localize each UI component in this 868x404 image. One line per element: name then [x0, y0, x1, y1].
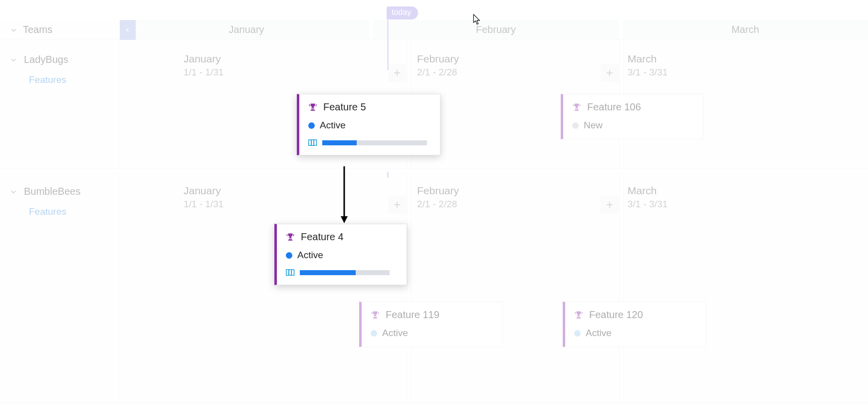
- status-dot-icon: [371, 330, 377, 337]
- month-name: March: [628, 185, 667, 197]
- plus-icon: [605, 200, 614, 209]
- swimlane-toggle-ladybugs[interactable]: LadyBugs: [10, 54, 119, 65]
- chevron-down-icon: [10, 26, 17, 33]
- add-item-button[interactable]: [601, 196, 619, 214]
- status-dot-icon: [308, 122, 315, 129]
- card-feature-119[interactable]: Feature 119 Active: [359, 302, 503, 347]
- card-status: Active: [297, 250, 323, 261]
- month-name: January: [184, 185, 223, 197]
- trophy-icon: [286, 233, 295, 242]
- month-header-february: February 2/1 - 2/28: [417, 185, 459, 210]
- month-range: 3/1 - 3/31: [628, 199, 667, 210]
- sidebar-header-label: Teams: [23, 24, 52, 35]
- book-icon: [286, 269, 295, 277]
- month-range: 1/1 - 1/31: [184, 199, 223, 210]
- month-name: March: [628, 53, 667, 65]
- progress-fill: [300, 270, 356, 275]
- dependency-arrow: [340, 166, 348, 224]
- add-item-button[interactable]: [601, 64, 619, 82]
- month-name: January: [184, 53, 223, 65]
- trophy-icon: [371, 311, 380, 320]
- month-header-february: February 2/1 - 2/28: [417, 53, 459, 78]
- card-title: Feature 4: [301, 231, 344, 243]
- header-month-march[interactable]: March: [619, 20, 868, 39]
- chevron-down-icon: [10, 188, 17, 195]
- card-status: Active: [382, 328, 408, 339]
- swimlane-body: January 1/1 - 1/31 February 2/1 - 2/28 M…: [120, 172, 868, 402]
- status-dot-icon: [572, 122, 579, 129]
- card-title: Feature 120: [589, 309, 643, 321]
- svg-rect-4: [286, 270, 289, 275]
- status-dot-icon: [574, 330, 581, 337]
- sidebar-header[interactable]: Teams: [0, 20, 120, 39]
- trophy-icon: [572, 103, 581, 112]
- card-status: New: [584, 120, 603, 131]
- status-dot-icon: [286, 252, 292, 259]
- month-range: 3/1 - 3/31: [628, 67, 667, 78]
- card-title: Feature 106: [587, 101, 641, 113]
- svg-rect-6: [291, 270, 294, 275]
- today-badge: today: [387, 6, 418, 19]
- svg-rect-1: [309, 140, 311, 145]
- card-title: Feature 5: [323, 101, 366, 113]
- swimlane-bumblebees: BumbleBees Features January 1/1 - 1/31 F…: [0, 172, 868, 404]
- card-feature-120[interactable]: Feature 120 Active: [563, 302, 706, 347]
- plus-icon: [393, 68, 402, 77]
- card-status: Active: [586, 328, 612, 339]
- book-icon: [308, 139, 317, 147]
- month-range: 1/1 - 1/31: [184, 67, 223, 78]
- progress-bar: [300, 270, 390, 275]
- svg-rect-3: [314, 140, 316, 145]
- swimlane-body: January 1/1 - 1/31 February 2/1 - 2/28 M…: [120, 40, 868, 168]
- add-item-button[interactable]: [388, 196, 406, 214]
- trophy-icon: [308, 103, 317, 112]
- month-header-march: March 3/1 - 3/31: [628, 53, 667, 78]
- plus-icon: [605, 68, 614, 77]
- month-header-january: January 1/1 - 1/31: [184, 53, 223, 78]
- swimlane-subgroup-features[interactable]: Features: [29, 74, 119, 85]
- swimlane-title: BumbleBees: [24, 186, 80, 197]
- swimlane-toggle-bumblebees[interactable]: BumbleBees: [10, 186, 119, 197]
- column-divider: [407, 172, 411, 402]
- chevron-left-icon: [124, 26, 131, 33]
- swimlane-subgroup-features[interactable]: Features: [29, 206, 119, 217]
- progress-bar: [322, 140, 427, 145]
- prev-month-button[interactable]: [120, 20, 136, 40]
- swimlane-side-bumblebees: BumbleBees Features: [0, 172, 120, 402]
- swimlane-side-ladybugs: LadyBugs Features: [0, 40, 120, 168]
- svg-rect-5: [289, 270, 291, 275]
- svg-rect-2: [311, 140, 314, 145]
- month-name: February: [417, 53, 459, 65]
- card-feature-4[interactable]: Feature 4 Active: [274, 224, 407, 285]
- today-line-segment: [387, 172, 389, 178]
- add-item-button[interactable]: [388, 64, 406, 82]
- header-month-february[interactable]: February: [369, 20, 619, 39]
- month-range: 2/1 - 2/28: [417, 67, 459, 78]
- card-status: Active: [320, 120, 346, 131]
- chevron-down-icon: [10, 56, 17, 63]
- month-range: 2/1 - 2/28: [417, 199, 459, 210]
- header-month-january[interactable]: January: [120, 20, 369, 39]
- swimlane-title: LadyBugs: [24, 54, 68, 65]
- month-header-march: March 3/1 - 3/31: [628, 185, 667, 210]
- trophy-icon: [574, 311, 583, 320]
- card-feature-5[interactable]: Feature 5 Active: [297, 94, 440, 155]
- today-line: [387, 20, 389, 70]
- card-feature-106[interactable]: Feature 106 New: [561, 94, 703, 139]
- month-header-january: January 1/1 - 1/31: [184, 185, 223, 210]
- plus-icon: [393, 200, 402, 209]
- column-divider: [620, 172, 624, 402]
- progress-fill: [322, 140, 357, 145]
- card-title: Feature 119: [386, 309, 439, 321]
- month-name: February: [417, 185, 459, 197]
